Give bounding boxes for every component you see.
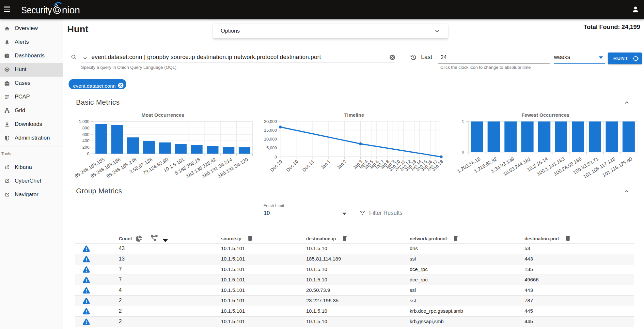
svg-text:600: 600	[82, 132, 89, 137]
svg-text:200: 200	[82, 145, 89, 150]
svg-text:Dec 31: Dec 31	[301, 159, 315, 173]
svg-text:Most Occurrences: Most Occurrences	[142, 112, 184, 118]
svg-text:400: 400	[82, 138, 89, 143]
svg-text:Jan 1: Jan 1	[320, 159, 332, 171]
svg-text:Fewest Occurrences: Fewest Occurrences	[522, 112, 570, 118]
svg-text:0: 0	[275, 155, 277, 159]
svg-text:Security: Security	[21, 5, 52, 15]
svg-text:1: 1	[462, 119, 464, 124]
svg-text:1,000: 1,000	[79, 119, 89, 124]
svg-text:10,000: 10,000	[264, 137, 277, 142]
svg-text:5,000: 5,000	[266, 145, 277, 150]
svg-text:0: 0	[87, 151, 89, 156]
svg-text:20,000: 20,000	[264, 119, 277, 124]
svg-text:Jan 2: Jan 2	[336, 159, 348, 171]
svg-text:800: 800	[82, 126, 89, 130]
svg-text:Dec 29: Dec 29	[269, 159, 283, 173]
svg-text:nion: nion	[62, 5, 80, 15]
svg-text:Dec 30: Dec 30	[285, 159, 299, 173]
svg-text:Timeline: Timeline	[344, 112, 364, 118]
svg-text:0: 0	[462, 150, 464, 155]
svg-text:15,000: 15,000	[264, 128, 277, 133]
svg-text:101.116.125.80: 101.116.125.80	[601, 156, 633, 178]
